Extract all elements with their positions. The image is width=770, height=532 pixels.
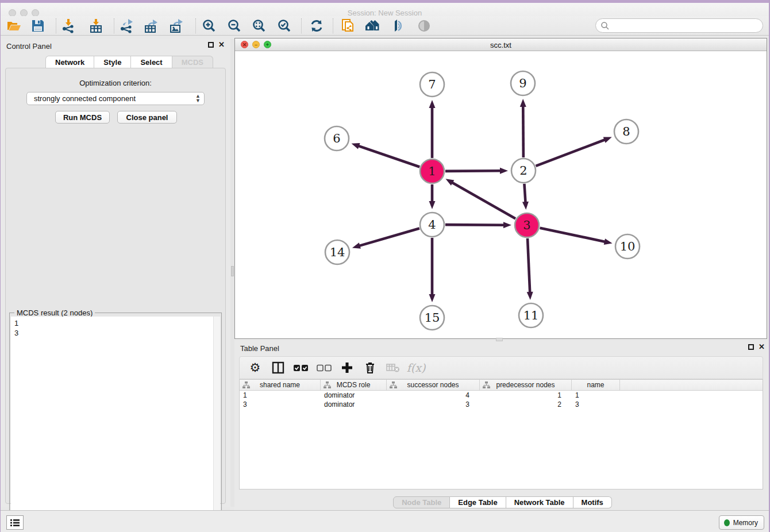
visibility-button[interactable] [415,18,433,34]
col-name[interactable]: name [572,380,620,390]
graph-node-label-3: 3 [523,218,530,232]
table-row[interactable]: 3 dominator 3 2 3 [240,400,763,409]
graph-edge-3-1[interactable] [451,182,515,219]
import-table-button[interactable] [87,18,105,34]
graph-arrowhead [604,238,613,245]
plus-icon [341,362,353,373]
task-history-button[interactable] [6,515,24,530]
clone-network-button[interactable] [340,18,357,34]
visual-style-button[interactable] [390,18,407,34]
network-window-title: scc.txt [235,41,767,49]
export-table-button[interactable] [143,18,160,34]
network-window: ✕ – + scc.txt 7968124314101511 [234,38,767,339]
zoom-selected-button[interactable] [276,18,293,34]
graph-node-label-4: 4 [428,218,436,232]
optimization-criterion-label: Optimization criterion: [6,79,225,87]
result-scrollbar[interactable] [213,317,220,527]
main-titlebar: Session: New Session [1,3,769,16]
graph-edge-1-6[interactable] [357,145,419,167]
list-icon [10,519,20,527]
table-tabs: Node Table Edge Table Network Table Moti… [234,496,770,508]
open-session-button[interactable] [5,18,22,34]
graph-edge-4-14[interactable] [358,228,419,246]
float-panel-icon[interactable] [208,42,214,48]
col-shared-name[interactable]: shared name [240,380,321,390]
toolbar-separator [195,18,196,33]
first-neighbors-button[interactable] [365,18,382,34]
save-session-button[interactable] [29,18,47,34]
zoom-in-button[interactable] [201,18,218,34]
graph-edge-3-11[interactable] [528,238,530,294]
control-panel-tabs: Network Style Select MCDS [45,56,213,68]
tab-node-table[interactable]: Node Table [393,496,450,508]
network-window-titlebar[interactable]: ✕ – + scc.txt [235,38,767,51]
tab-network-table[interactable]: Network Table [506,496,573,508]
zoom-out-button[interactable] [226,18,243,34]
col-mcds-role[interactable]: MCDS role [321,380,387,390]
close-panel-icon[interactable]: ✕ [218,42,225,48]
zoom-fit-button[interactable] [251,18,268,34]
memory-button[interactable]: Memory [719,515,764,530]
graph-node-label-1: 1 [428,164,436,178]
graph-edge-2-8[interactable] [536,139,606,165]
graph-arrowhead [352,242,361,249]
tab-mcds[interactable]: MCDS [172,56,213,68]
tab-style[interactable]: Style [94,56,131,68]
graph-node-label-14: 14 [330,245,345,259]
table-panel-title: Table Panel [240,344,279,353]
control-panel-title: Control Panel [6,42,52,51]
close-panel-button[interactable]: Close panel [117,111,177,124]
graph-node-label-7: 7 [428,78,436,91]
deselect-all-button[interactable] [317,360,332,375]
delete-column-button[interactable] [363,360,378,375]
col-successor-nodes[interactable]: successor nodes [387,380,480,390]
tab-edge-table[interactable]: Edge Table [450,496,506,508]
function-builder-button[interactable]: f(x) [409,360,424,375]
toolbar-separator [114,18,114,33]
mcds-panel: Optimization criterion: strongly connect… [5,68,226,504]
export-image-button[interactable] [168,18,185,34]
network-graph[interactable]: 7968124314101511 [235,51,767,338]
criterion-select[interactable]: strongly connected component ▲▼ [26,92,205,105]
run-mcds-button[interactable]: Run MCDS [55,111,110,124]
mcds-result-text[interactable]: 1 3 [11,317,214,527]
tab-motifs[interactable]: Motifs [573,496,612,508]
graph-arrowhead [429,201,436,209]
graph-edge-1-2[interactable] [445,171,502,171]
close-table-panel-icon[interactable]: ✕ [759,344,765,350]
memory-status-icon [724,519,730,526]
table-settings-button[interactable]: ⚙ [248,360,263,375]
select-stepper-icon: ▲▼ [195,94,201,103]
graph-arrowhead [500,168,508,174]
mcds-result-groupbox: MCDS result (2 nodes) 1 3 [9,313,222,529]
graph-edge-2-9[interactable] [523,105,523,157]
graph-edge-3-10[interactable] [540,228,606,242]
graph-arrowhead [352,143,360,149]
unchecked-boxes-icon [317,364,332,372]
network-canvas[interactable]: 7968124314101511 [235,51,767,338]
splitter-handle[interactable] [231,266,234,276]
graph-arrowhead [445,179,454,186]
search-input[interactable] [595,18,763,33]
mcds-result-title: MCDS result (2 nodes) [14,309,95,317]
table-row[interactable]: 1 dominator 4 1 1 [240,391,763,400]
add-column-button[interactable] [340,360,355,375]
float-table-panel-icon[interactable] [748,344,754,350]
tree-icon [390,381,397,389]
graph-edge-4-3[interactable] [445,225,505,225]
select-all-button[interactable] [294,360,309,375]
table-panel: Table Panel ✕ ⚙ f(x) shared name [234,341,770,510]
refresh-button[interactable] [308,18,325,34]
tab-network[interactable]: Network [45,56,94,68]
import-network-button[interactable] [60,18,77,34]
vertical-splitter[interactable] [230,39,234,507]
graph-edge-2-3[interactable] [524,184,525,203]
col-predecessor-nodes[interactable]: predecessor nodes [480,380,572,390]
toolbar-separator [56,18,56,33]
export-network-button[interactable] [118,18,135,34]
delete-table-button[interactable] [386,360,401,375]
column-view-button[interactable] [271,360,286,375]
tab-select[interactable]: Select [131,56,172,68]
toolbar-separator [333,18,333,33]
columns-icon [272,361,284,374]
